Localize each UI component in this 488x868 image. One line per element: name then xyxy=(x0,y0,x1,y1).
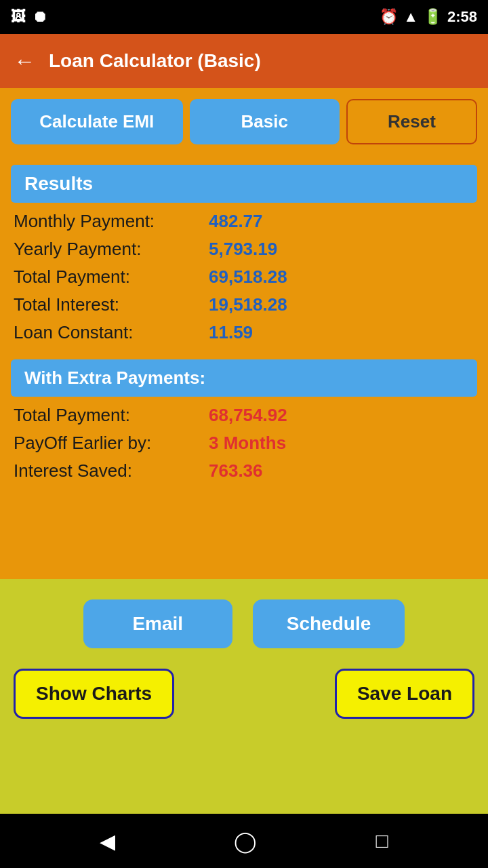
yearly-payment-value: 5,793.19 xyxy=(209,239,277,260)
status-bar-left: 🖼 ⏺ xyxy=(11,8,47,26)
interest-saved-row: Interest Saved: 763.36 xyxy=(11,459,477,483)
loan-constant-row: Loan Constant: 11.59 xyxy=(11,321,477,344)
monthly-payment-label: Monthly Payment: xyxy=(14,211,203,232)
page-title: Loan Calculator (Basic) xyxy=(49,50,261,72)
signal-icon: ▲ xyxy=(403,8,418,26)
loan-constant-label: Loan Constant: xyxy=(14,322,203,343)
yearly-payment-label: Yearly Payment: xyxy=(14,239,203,260)
show-charts-button[interactable]: Show Charts xyxy=(14,669,174,719)
payoff-earlier-value: 3 Months xyxy=(209,433,286,454)
monthly-payment-value: 482.77 xyxy=(209,211,263,232)
basic-button[interactable]: Basic xyxy=(190,99,340,144)
extra-total-payment-value: 68,754.92 xyxy=(209,405,287,426)
extra-total-payment-row: Total Payment: 68,754.92 xyxy=(11,403,477,427)
total-payment-value: 69,518.28 xyxy=(209,267,287,288)
recents-nav-icon[interactable]: □ xyxy=(375,829,388,852)
total-payment-label: Total Payment: xyxy=(14,267,203,288)
reset-button[interactable]: Reset xyxy=(346,99,477,144)
back-button[interactable]: ← xyxy=(14,49,35,74)
total-interest-label: Total Interest: xyxy=(14,294,203,315)
clock-time: 2:58 xyxy=(447,8,477,26)
total-payment-row: Total Payment: 69,518.28 xyxy=(11,265,477,289)
results-header: Results xyxy=(11,165,477,203)
app-bar: ← Loan Calculator (Basic) xyxy=(0,34,488,88)
extra-total-payment-label: Total Payment: xyxy=(14,405,203,426)
schedule-button[interactable]: Schedule xyxy=(253,599,405,648)
interest-saved-value: 763.36 xyxy=(209,460,263,481)
extra-payments-header: With Extra Payments: xyxy=(11,359,477,397)
record-icon: ⏺ xyxy=(33,8,47,26)
loan-constant-value: 11.59 xyxy=(209,322,253,343)
payoff-earlier-label: PayOff Earlier by: xyxy=(14,433,203,454)
charts-save-row: Show Charts Save Loan xyxy=(11,669,477,719)
bottom-section: Email Schedule Show Charts Save Loan xyxy=(0,579,488,814)
email-schedule-row: Email Schedule xyxy=(11,599,477,648)
back-nav-icon[interactable]: ◀ xyxy=(100,829,115,853)
calculate-emi-button[interactable]: Calculate EMI xyxy=(11,99,183,144)
photo-icon: 🖼 xyxy=(11,8,26,26)
total-interest-row: Total Interest: 19,518.28 xyxy=(11,293,477,317)
monthly-payment-row: Monthly Payment: 482.77 xyxy=(11,210,477,233)
yearly-payment-row: Yearly Payment: 5,793.19 xyxy=(11,237,477,261)
battery-icon: 🔋 xyxy=(424,8,442,26)
save-loan-button[interactable]: Save Loan xyxy=(335,669,474,719)
extra-payments-header-text: With Extra Payments: xyxy=(24,368,205,388)
status-bar-right: ⏰ ▲ 🔋 2:58 xyxy=(380,8,477,26)
interest-saved-label: Interest Saved: xyxy=(14,460,203,481)
status-bar: 🖼 ⏺ ⏰ ▲ 🔋 2:58 xyxy=(0,0,488,34)
main-content: Calculate EMI Basic Reset Results Monthl… xyxy=(0,88,488,579)
payoff-earlier-row: PayOff Earlier by: 3 Months xyxy=(11,431,477,455)
email-button[interactable]: Email xyxy=(83,599,232,648)
results-header-text: Results xyxy=(24,173,93,194)
home-nav-icon[interactable]: ◯ xyxy=(234,829,257,853)
nav-bar: ◀ ◯ □ xyxy=(0,814,488,868)
action-buttons-row: Calculate EMI Basic Reset xyxy=(11,99,477,144)
total-interest-value: 19,518.28 xyxy=(209,294,287,315)
alarm-icon: ⏰ xyxy=(380,8,398,26)
